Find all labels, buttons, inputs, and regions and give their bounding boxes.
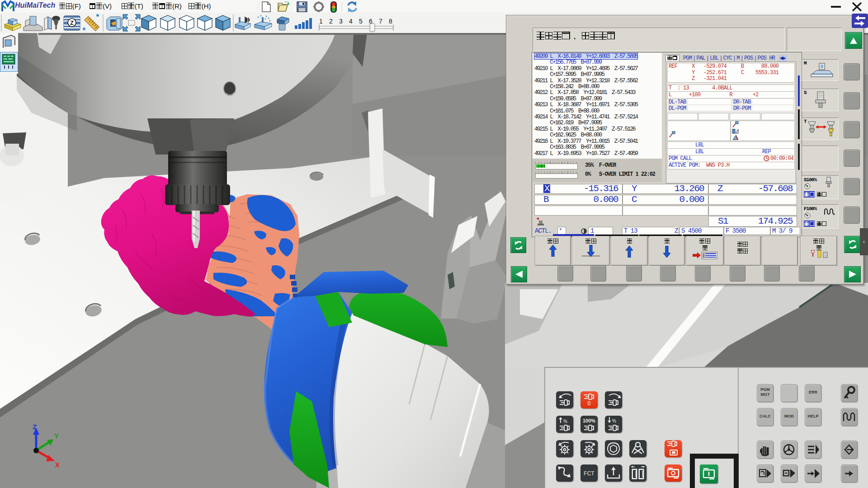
svg-text:8: 8 (389, 18, 392, 25)
svg-text:Y: Y (54, 432, 59, 440)
svg-text:Z: Z (70, 19, 74, 26)
svg-text:X: X (55, 461, 60, 469)
svg-text:Z: Z (33, 423, 37, 431)
svg-text:0: 0 (588, 400, 591, 407)
svg-text:%: % (612, 418, 616, 423)
svg-text:3: 3 (339, 18, 343, 25)
svg-text:7: 7 (379, 18, 382, 25)
svg-text:FCT: FCT (584, 470, 594, 477)
svg-text:5: 5 (359, 18, 363, 25)
svg-text:4: 4 (349, 18, 353, 25)
svg-text:100%: 100% (583, 418, 595, 423)
svg-text:2: 2 (329, 18, 333, 25)
svg-text:%: % (563, 419, 567, 424)
svg-text:1: 1 (319, 18, 323, 25)
